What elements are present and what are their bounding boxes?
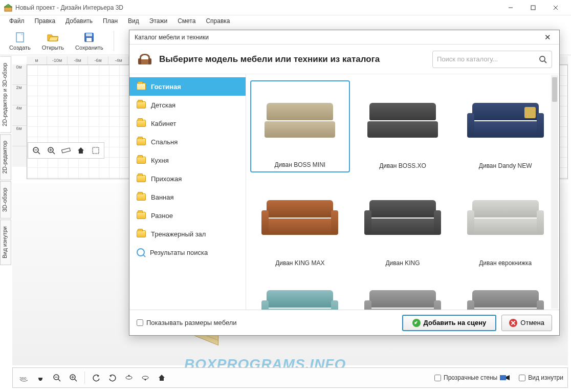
folder-icon (137, 175, 146, 182)
close-button[interactable] (544, 1, 567, 15)
floppy-save-icon (83, 31, 95, 43)
catalog-item[interactable] (250, 275, 350, 310)
minimize-button[interactable] (499, 1, 522, 15)
dialog-close-button[interactable]: ✕ (541, 32, 554, 43)
catalog-item[interactable]: Диван KING (353, 178, 453, 270)
window-title: Новый проект - Дизайн Интерьера 3D (15, 4, 499, 11)
scrollbar-thumb[interactable] (552, 77, 557, 102)
tab-inside[interactable]: Вид изнутри (0, 220, 11, 265)
search-input[interactable] (437, 55, 538, 63)
svg-rect-3 (531, 6, 535, 10)
svg-point-31 (126, 376, 132, 379)
catalog-item[interactable] (353, 275, 453, 310)
catalog-item[interactable]: Диван KING MAX (250, 178, 350, 270)
svg-line-12 (38, 152, 40, 154)
dialog-body: Гостиная Детская Кабинет Спальня Кухня П… (129, 74, 559, 310)
search-icon (538, 55, 547, 64)
dialog-title: Каталог мебели и техники (135, 34, 541, 41)
check-icon (412, 319, 421, 327)
transparent-walls-checkbox[interactable]: Прозрачные стены (434, 374, 497, 381)
dialog-titlebar: Каталог мебели и техники ✕ (129, 30, 559, 45)
pan-button[interactable] (33, 371, 48, 385)
category-list: Гостиная Детская Кабинет Спальня Кухня П… (129, 74, 246, 310)
category-bedroom[interactable]: Спальня (129, 133, 246, 151)
rotate-left-button[interactable] (89, 371, 103, 385)
svg-rect-6 (16, 33, 24, 42)
folder-icon (137, 212, 146, 219)
tab-3d[interactable]: 3D-обзор (0, 181, 11, 219)
tilt-down-button[interactable] (138, 371, 152, 385)
camera-icon (499, 374, 511, 382)
create-label: Создать (9, 45, 31, 51)
app-icon (4, 4, 12, 12)
tab-2d-3d[interactable]: 2D-редактор и 3D-обзор (0, 56, 11, 133)
create-button[interactable]: Создать (5, 30, 35, 52)
zoom-in-button[interactable] (44, 144, 58, 157)
category-kitchen[interactable]: Кухня (129, 151, 246, 169)
ruler-tool[interactable] (59, 144, 73, 157)
svg-rect-10 (86, 38, 92, 41)
maximize-button[interactable] (522, 1, 544, 15)
svg-point-41 (540, 56, 545, 61)
category-bathroom[interactable]: Ванная (129, 188, 246, 206)
window-titlebar: Новый проект - Дизайн Интерьера 3D (0, 0, 571, 15)
svg-marker-1 (4, 4, 12, 7)
catalog-item[interactable]: Диван BOSS.XO (353, 80, 453, 172)
scrollbar[interactable] (551, 75, 558, 309)
category-office[interactable]: Кабинет (129, 114, 246, 133)
menu-add[interactable]: Добавить (60, 16, 98, 26)
category-hallway[interactable]: Прихожая (129, 169, 246, 188)
catalog-item[interactable]: Диван BOSS MINI (250, 80, 350, 172)
tab-2d[interactable]: 2D-редактор (0, 134, 11, 180)
catalog-item-label: Диван BOSS MINI (272, 159, 327, 168)
menu-edit[interactable]: Правка (30, 16, 61, 26)
svg-rect-9 (86, 33, 92, 36)
inside-view-checkbox[interactable]: Вид изнутри (519, 374, 563, 381)
menu-estimate[interactable]: Смета (172, 16, 201, 26)
category-search-results[interactable]: Результаты поиска (129, 243, 246, 262)
catalog-item[interactable]: Диван еврокнижка (455, 178, 555, 270)
show-sizes-checkbox[interactable]: Показывать размеры мебели (137, 319, 397, 326)
catalog-item[interactable] (455, 275, 555, 310)
open-button[interactable]: Открыть (38, 30, 68, 52)
bottom-toolbar: 360 Прозрачные стены Вид изнутри (12, 367, 568, 388)
catalog-item[interactable]: Диван Dandy NEW (455, 80, 555, 172)
zoom-out-3d[interactable] (50, 371, 64, 385)
tilt-up-button[interactable] (122, 371, 136, 385)
category-living-room[interactable]: Гостиная (129, 77, 246, 96)
svg-rect-39 (138, 58, 141, 64)
zoom-in-3d[interactable] (66, 371, 80, 385)
menu-bar: Файл Правка Добавить План Вид Этажи Смет… (0, 15, 571, 27)
category-misc[interactable]: Разное (129, 206, 246, 225)
home-3d-button[interactable] (155, 371, 169, 385)
zoom-out-button[interactable] (29, 144, 43, 157)
rotate-right-button[interactable] (105, 371, 120, 385)
save-button[interactable]: Сохранить (71, 30, 107, 52)
svg-line-23 (58, 379, 60, 381)
menu-plan[interactable]: План (98, 16, 123, 26)
menu-help[interactable]: Справка (201, 16, 235, 26)
home-button[interactable] (74, 144, 88, 157)
rotate360-button[interactable]: 360 (17, 371, 31, 385)
grid-toggle[interactable] (89, 144, 103, 157)
search-field-wrapper[interactable] (432, 51, 552, 68)
svg-line-42 (544, 61, 546, 63)
cancel-button[interactable]: Отмена (501, 315, 552, 331)
menu-floors[interactable]: Этажи (144, 16, 172, 26)
svg-rect-18 (61, 148, 70, 153)
cancel-icon (509, 319, 517, 327)
svg-marker-35 (159, 375, 165, 381)
dialog-header-text: Выберите модель мебели или техники из ка… (159, 54, 426, 64)
catalog-item-label: Диван Dandy NEW (477, 160, 534, 169)
category-kids[interactable]: Детская (129, 96, 246, 114)
add-to-scene-button[interactable]: Добавить на сцену (402, 315, 497, 331)
svg-point-33 (142, 376, 148, 379)
svg-marker-34 (144, 379, 146, 381)
menu-file[interactable]: Файл (4, 16, 30, 26)
category-gym[interactable]: Тренажерный зал (129, 225, 246, 243)
svg-marker-30 (109, 375, 112, 377)
menu-view[interactable]: Вид (123, 16, 144, 26)
armchair-icon (137, 51, 153, 68)
folder-open-icon (47, 31, 59, 43)
folder-icon (137, 230, 146, 237)
